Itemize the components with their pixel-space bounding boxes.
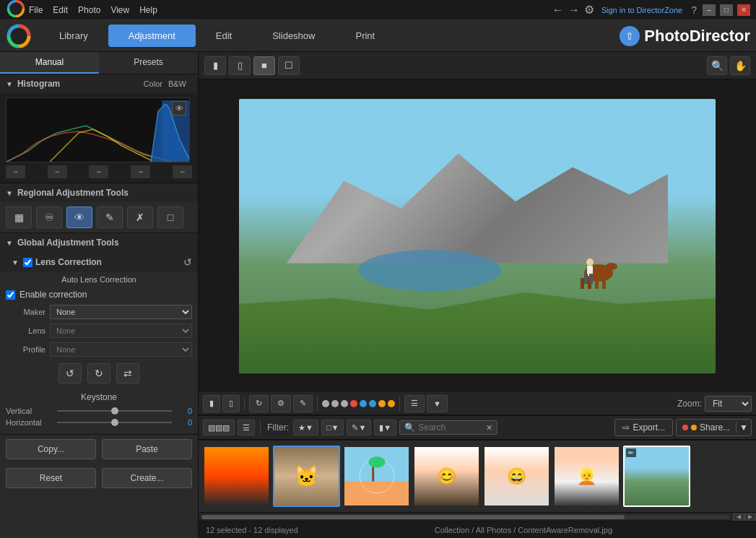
sub-tab-manual[interactable]: Manual [0,52,99,74]
hist-minus2[interactable]: − [48,165,67,178]
et-flag[interactable]: ✎ [293,395,313,412]
et-sort2[interactable]: ▼ [427,395,448,412]
back-icon[interactable]: ← [552,4,564,17]
menu-help[interactable]: Help [139,5,157,15]
hist-minus1[interactable]: − [6,165,25,178]
thumb-3[interactable] [343,446,410,507]
sign-in-link[interactable]: Sign in to DirectorZone [601,6,683,14]
thumb-2[interactable]: 🐱 [273,446,340,507]
histogram-header[interactable]: ▼ Histogram Color B&W [0,74,198,93]
filter-btn4[interactable]: ▮▼ [374,420,396,435]
menu-photo[interactable]: Photo [78,5,100,15]
maximize-button[interactable]: □ [720,4,733,16]
export-button[interactable]: ⇨ Export... [614,419,673,436]
share-button[interactable]: Share... [677,419,736,436]
lens-rotate-right[interactable]: ↻ [87,363,110,383]
filter-btn1[interactable]: ★▼ [293,420,318,435]
dot-blue2[interactable] [369,400,376,407]
search-clear-btn[interactable]: ✕ [486,423,492,433]
horizontal-slider[interactable] [57,422,172,423]
eye-tool[interactable]: 👁 [66,207,92,228]
thumb-7[interactable]: ✏ [623,446,690,507]
main-image [239,99,716,373]
histogram-color-label[interactable]: Color [144,79,162,88]
lens-arrow: ▼ [12,259,19,266]
scroll-right-btn[interactable]: ▶ [744,513,756,521]
thumb-4[interactable]: 😊 [413,446,480,507]
hist-minus4[interactable]: − [131,165,150,178]
filter-btn3[interactable]: ✎▼ [347,420,371,435]
scroll-thumb[interactable] [201,515,625,519]
paste-button[interactable]: Paste [102,439,192,459]
scroll-track[interactable] [201,515,730,519]
et-adjust[interactable]: ⚙ [271,395,291,412]
et-view1[interactable]: ▮ [203,395,220,412]
lens-select[interactable]: None [50,324,192,338]
lens-correction-checkbox[interactable] [23,258,32,267]
create-button[interactable]: Create... [102,468,192,488]
thumb-6[interactable]: 👱 [553,446,620,507]
histogram-bw-label[interactable]: B&W [168,79,186,88]
compare-view-btn[interactable]: ▯ [229,56,251,75]
settings-icon[interactable]: ⚙ [584,3,594,17]
hist-minus3[interactable]: − [89,165,108,178]
fullscreen-btn[interactable]: ☐ [278,56,300,75]
close-button[interactable]: ✕ [737,4,750,16]
maker-select[interactable]: None [50,305,192,319]
tab-adjustment[interactable]: Adjustment [108,25,196,47]
copy-button[interactable]: Copy... [6,439,96,459]
brush-tool[interactable]: ✎ [97,207,123,228]
scroll-left-btn[interactable]: ◀ [733,513,744,521]
grid-view-btn[interactable]: ■ [253,56,275,75]
vertical-slider[interactable] [57,410,172,412]
forward-icon[interactable]: → [568,4,580,17]
tab-library[interactable]: Library [39,25,108,47]
global-tools-header[interactable]: ▼ Global Adjustment Tools [0,233,198,252]
dot-gray3[interactable] [341,400,348,407]
menu-edit[interactable]: Edit [53,5,68,15]
search-input[interactable] [418,422,483,433]
tab-print[interactable]: Print [335,25,395,47]
et-sort[interactable]: ☰ [404,395,425,412]
hand-tool-btn[interactable]: ✋ [730,56,750,75]
thumb-1[interactable] [203,446,270,507]
share-dropdown[interactable]: ▼ [737,422,751,433]
lens-flip[interactable]: ⇄ [116,363,139,383]
enable-correction-checkbox[interactable] [6,290,15,300]
dot-yellow2[interactable] [388,400,395,407]
lens-correction-header[interactable]: ▼ Lens Correction ↺ [0,252,198,272]
single-view-btn[interactable]: ▮ [204,56,226,75]
menu-view[interactable]: View [110,5,129,15]
sub-tab-presets[interactable]: Presets [99,52,198,74]
crop-tool[interactable]: ▦ [6,207,32,228]
profile-select[interactable]: None [50,342,192,357]
tab-edit[interactable]: Edit [196,25,252,47]
fs-list-btn[interactable]: ☰ [238,420,255,435]
et-rotate[interactable]: ↻ [249,395,269,412]
reset-button[interactable]: Reset [6,468,96,488]
filter-btn2[interactable]: □▼ [321,420,344,435]
thumb-5[interactable]: 😄 [483,446,550,507]
healing-tool[interactable]: ✗ [127,207,153,228]
dot-yellow[interactable] [378,400,386,407]
lens-rotate-left[interactable]: ↺ [58,363,82,383]
histogram-eye-icon[interactable]: 👁 [172,101,186,116]
dot-blue[interactable] [360,400,367,407]
zoom-select[interactable]: Fit 25% 50% 100% 200% [705,396,752,412]
lens-reset-icon[interactable]: ↺ [183,256,192,268]
minimize-button[interactable]: – [703,4,716,16]
tab-slideshow[interactable]: Slideshow [252,25,335,47]
dot-gray[interactable] [322,400,329,407]
rotate-tool[interactable]: ♾ [36,207,62,228]
histogram-controls: − − − − − [6,165,192,178]
zoom-tool-btn[interactable]: 🔍 [707,56,727,75]
help-icon[interactable]: ? [691,4,697,16]
hist-minus5[interactable]: − [173,165,192,178]
menu-file[interactable]: File [29,5,43,15]
rect-tool[interactable]: □ [157,207,183,228]
regional-tools-header[interactable]: ▼ Regional Adjustment Tools [0,183,198,202]
dot-gray2[interactable] [331,400,339,407]
fs-grid-btn[interactable]: ▧▧▧ [203,420,235,435]
et-view2[interactable]: ▯ [222,395,240,412]
dot-red[interactable] [350,400,357,407]
